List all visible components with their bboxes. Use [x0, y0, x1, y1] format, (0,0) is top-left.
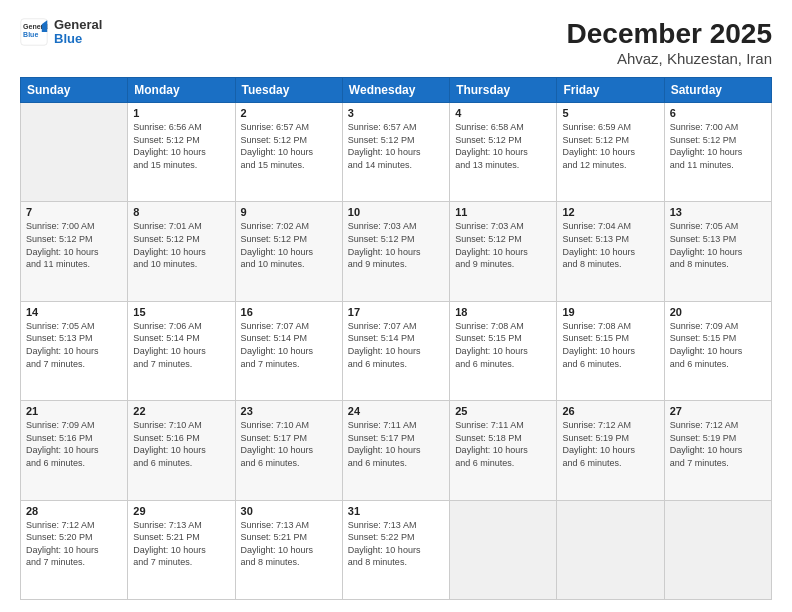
calendar-cell: 20Sunrise: 7:09 AMSunset: 5:15 PMDayligh…: [664, 301, 771, 400]
day-info: Sunrise: 7:03 AMSunset: 5:12 PMDaylight:…: [455, 220, 551, 270]
header: General Blue General Blue December 2025 …: [20, 18, 772, 67]
calendar-cell: [557, 500, 664, 599]
day-info: Sunrise: 7:11 AMSunset: 5:18 PMDaylight:…: [455, 419, 551, 469]
day-info: Sunrise: 7:10 AMSunset: 5:16 PMDaylight:…: [133, 419, 229, 469]
calendar-cell: 30Sunrise: 7:13 AMSunset: 5:21 PMDayligh…: [235, 500, 342, 599]
day-info: Sunrise: 7:04 AMSunset: 5:13 PMDaylight:…: [562, 220, 658, 270]
day-number: 10: [348, 206, 444, 218]
day-info: Sunrise: 6:59 AMSunset: 5:12 PMDaylight:…: [562, 121, 658, 171]
calendar-cell: 5Sunrise: 6:59 AMSunset: 5:12 PMDaylight…: [557, 103, 664, 202]
day-number: 9: [241, 206, 337, 218]
day-info: Sunrise: 7:01 AMSunset: 5:12 PMDaylight:…: [133, 220, 229, 270]
calendar-cell: 11Sunrise: 7:03 AMSunset: 5:12 PMDayligh…: [450, 202, 557, 301]
calendar-week-row: 1Sunrise: 6:56 AMSunset: 5:12 PMDaylight…: [21, 103, 772, 202]
day-number: 15: [133, 306, 229, 318]
calendar-week-row: 7Sunrise: 7:00 AMSunset: 5:12 PMDaylight…: [21, 202, 772, 301]
day-number: 14: [26, 306, 122, 318]
calendar-week-row: 28Sunrise: 7:12 AMSunset: 5:20 PMDayligh…: [21, 500, 772, 599]
day-number: 24: [348, 405, 444, 417]
logo-text: General Blue: [54, 18, 102, 47]
day-number: 29: [133, 505, 229, 517]
calendar-cell: 18Sunrise: 7:08 AMSunset: 5:15 PMDayligh…: [450, 301, 557, 400]
day-info: Sunrise: 7:00 AMSunset: 5:12 PMDaylight:…: [670, 121, 766, 171]
day-info: Sunrise: 7:05 AMSunset: 5:13 PMDaylight:…: [670, 220, 766, 270]
day-info: Sunrise: 7:07 AMSunset: 5:14 PMDaylight:…: [348, 320, 444, 370]
day-number: 23: [241, 405, 337, 417]
day-info: Sunrise: 7:09 AMSunset: 5:15 PMDaylight:…: [670, 320, 766, 370]
logo: General Blue General Blue: [20, 18, 102, 47]
day-number: 25: [455, 405, 551, 417]
calendar-cell: 16Sunrise: 7:07 AMSunset: 5:14 PMDayligh…: [235, 301, 342, 400]
day-number: 13: [670, 206, 766, 218]
day-info: Sunrise: 7:12 AMSunset: 5:19 PMDaylight:…: [670, 419, 766, 469]
day-info: Sunrise: 7:02 AMSunset: 5:12 PMDaylight:…: [241, 220, 337, 270]
day-number: 11: [455, 206, 551, 218]
weekday-thursday: Thursday: [450, 78, 557, 103]
weekday-monday: Monday: [128, 78, 235, 103]
day-number: 1: [133, 107, 229, 119]
day-number: 5: [562, 107, 658, 119]
day-number: 18: [455, 306, 551, 318]
day-number: 6: [670, 107, 766, 119]
day-info: Sunrise: 6:57 AMSunset: 5:12 PMDaylight:…: [241, 121, 337, 171]
day-number: 12: [562, 206, 658, 218]
calendar-cell: 27Sunrise: 7:12 AMSunset: 5:19 PMDayligh…: [664, 401, 771, 500]
day-info: Sunrise: 7:08 AMSunset: 5:15 PMDaylight:…: [455, 320, 551, 370]
day-info: Sunrise: 7:12 AMSunset: 5:19 PMDaylight:…: [562, 419, 658, 469]
calendar-table: SundayMondayTuesdayWednesdayThursdayFrid…: [20, 77, 772, 600]
day-number: 4: [455, 107, 551, 119]
day-number: 30: [241, 505, 337, 517]
calendar-cell: 25Sunrise: 7:11 AMSunset: 5:18 PMDayligh…: [450, 401, 557, 500]
day-number: 16: [241, 306, 337, 318]
calendar-cell: 1Sunrise: 6:56 AMSunset: 5:12 PMDaylight…: [128, 103, 235, 202]
page-subtitle: Ahvaz, Khuzestan, Iran: [567, 50, 772, 67]
day-info: Sunrise: 7:13 AMSunset: 5:22 PMDaylight:…: [348, 519, 444, 569]
day-info: Sunrise: 7:07 AMSunset: 5:14 PMDaylight:…: [241, 320, 337, 370]
calendar-cell: 29Sunrise: 7:13 AMSunset: 5:21 PMDayligh…: [128, 500, 235, 599]
day-number: 19: [562, 306, 658, 318]
calendar-cell: 12Sunrise: 7:04 AMSunset: 5:13 PMDayligh…: [557, 202, 664, 301]
calendar-cell: 2Sunrise: 6:57 AMSunset: 5:12 PMDaylight…: [235, 103, 342, 202]
day-info: Sunrise: 7:12 AMSunset: 5:20 PMDaylight:…: [26, 519, 122, 569]
day-number: 21: [26, 405, 122, 417]
day-number: 28: [26, 505, 122, 517]
weekday-sunday: Sunday: [21, 78, 128, 103]
day-number: 22: [133, 405, 229, 417]
calendar-cell: 23Sunrise: 7:10 AMSunset: 5:17 PMDayligh…: [235, 401, 342, 500]
calendar-cell: 31Sunrise: 7:13 AMSunset: 5:22 PMDayligh…: [342, 500, 449, 599]
calendar-cell: 21Sunrise: 7:09 AMSunset: 5:16 PMDayligh…: [21, 401, 128, 500]
calendar-cell: 13Sunrise: 7:05 AMSunset: 5:13 PMDayligh…: [664, 202, 771, 301]
calendar-cell: 4Sunrise: 6:58 AMSunset: 5:12 PMDaylight…: [450, 103, 557, 202]
calendar-cell: 28Sunrise: 7:12 AMSunset: 5:20 PMDayligh…: [21, 500, 128, 599]
calendar-week-row: 14Sunrise: 7:05 AMSunset: 5:13 PMDayligh…: [21, 301, 772, 400]
day-number: 31: [348, 505, 444, 517]
calendar-cell: [664, 500, 771, 599]
calendar-cell: 24Sunrise: 7:11 AMSunset: 5:17 PMDayligh…: [342, 401, 449, 500]
calendar-cell: 10Sunrise: 7:03 AMSunset: 5:12 PMDayligh…: [342, 202, 449, 301]
calendar-cell: 22Sunrise: 7:10 AMSunset: 5:16 PMDayligh…: [128, 401, 235, 500]
page: General Blue General Blue December 2025 …: [0, 0, 792, 612]
page-title: December 2025: [567, 18, 772, 50]
logo-general-text: General: [54, 18, 102, 32]
weekday-friday: Friday: [557, 78, 664, 103]
day-info: Sunrise: 6:57 AMSunset: 5:12 PMDaylight:…: [348, 121, 444, 171]
day-number: 20: [670, 306, 766, 318]
calendar-week-row: 21Sunrise: 7:09 AMSunset: 5:16 PMDayligh…: [21, 401, 772, 500]
weekday-header-row: SundayMondayTuesdayWednesdayThursdayFrid…: [21, 78, 772, 103]
weekday-saturday: Saturday: [664, 78, 771, 103]
day-number: 27: [670, 405, 766, 417]
day-info: Sunrise: 7:00 AMSunset: 5:12 PMDaylight:…: [26, 220, 122, 270]
calendar-cell: [450, 500, 557, 599]
day-info: Sunrise: 7:05 AMSunset: 5:13 PMDaylight:…: [26, 320, 122, 370]
logo-blue-text: Blue: [54, 32, 102, 46]
day-info: Sunrise: 7:13 AMSunset: 5:21 PMDaylight:…: [133, 519, 229, 569]
calendar-cell: 14Sunrise: 7:05 AMSunset: 5:13 PMDayligh…: [21, 301, 128, 400]
calendar-cell: 15Sunrise: 7:06 AMSunset: 5:14 PMDayligh…: [128, 301, 235, 400]
calendar-cell: 17Sunrise: 7:07 AMSunset: 5:14 PMDayligh…: [342, 301, 449, 400]
day-info: Sunrise: 7:03 AMSunset: 5:12 PMDaylight:…: [348, 220, 444, 270]
day-number: 17: [348, 306, 444, 318]
day-info: Sunrise: 7:06 AMSunset: 5:14 PMDaylight:…: [133, 320, 229, 370]
logo-icon: General Blue: [20, 18, 48, 46]
day-info: Sunrise: 7:13 AMSunset: 5:21 PMDaylight:…: [241, 519, 337, 569]
svg-text:Blue: Blue: [23, 32, 38, 39]
